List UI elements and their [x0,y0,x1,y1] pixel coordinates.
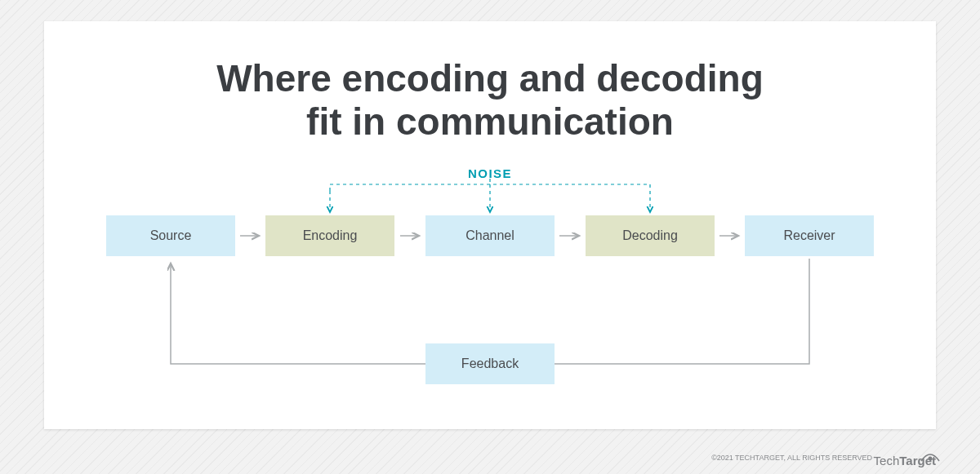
diagram-card: Where encoding and decoding fit in commu… [44,21,936,429]
brand-word-2: Target [899,454,936,467]
brand-word-1: Tech [874,454,900,467]
brand-logo: TechTarget [874,454,936,467]
feedback-loop [44,21,936,429]
copyright-text: ©2021 TECHTARGET, ALL RIGHTS RESERVED [711,454,872,462]
